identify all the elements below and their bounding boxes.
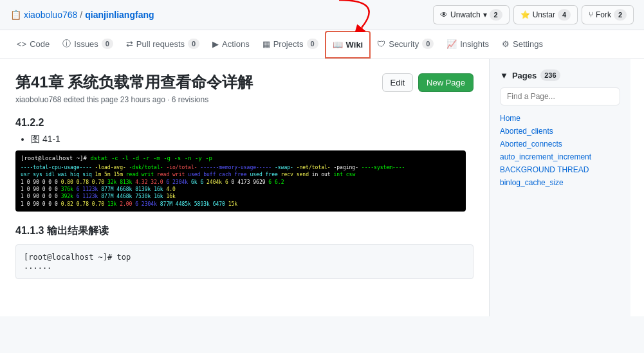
security-badge: 0	[422, 39, 434, 49]
sidebar-link-auto-increment[interactable]: auto_increment_increment	[500, 150, 620, 163]
repo-path: 📋 xiaoboluo768 / qianjinliangfang	[10, 10, 154, 20]
terminal-data-row-2: 1 0 90 0 0 0 376k 6 1123k 877M 4668k 813…	[21, 186, 461, 193]
unwatch-dropdown-icon: ▾	[483, 10, 487, 19]
section-41-2-2: 41.2.2	[15, 117, 474, 129]
settings-icon: ⚙	[502, 39, 510, 49]
figure-label: 图 41-1	[31, 134, 60, 144]
tab-security[interactable]: 🛡 Security 0	[371, 31, 440, 58]
tab-wiki[interactable]: 📖 Wiki	[325, 31, 371, 59]
code-content: [root@localhost ~]# top ......	[24, 253, 131, 271]
terminal-image: [root@localhost ~]# dstat -c -l -d -r -m…	[15, 150, 466, 212]
terminal-data-row-4: 1 0 90 0 0 0 0.82 0.78 0.70 13k 2.00 6 2…	[21, 201, 461, 208]
sidebar-link-background-thread[interactable]: BACKGROUND THREAD	[500, 163, 620, 176]
section-41-1-3: 41.1.3 输出结果解读	[15, 224, 474, 238]
unwatch-count: 2	[490, 9, 502, 21]
repo-name-link[interactable]: qianjinliangfang	[85, 10, 154, 20]
nav-tabs: <> Code ⓘ Issues 0 ⇄ Pull requests 0 ▶ A…	[0, 30, 644, 59]
terminal-subheaders: usr sys idl wai hiq siq 1m 5m 15m read w…	[21, 171, 461, 178]
pages-header: ▼ Pages 236	[500, 69, 620, 81]
path-separator: /	[80, 10, 82, 20]
terminal-prompt-line: [root@localhost ~]# dstat -c -l -d -r -m…	[21, 154, 461, 163]
projects-badge: 0	[307, 39, 318, 49]
fork-icon: ⑂	[589, 10, 593, 19]
pages-count: 236	[540, 69, 560, 81]
fork-button[interactable]: ⑂ Fork 2	[582, 5, 634, 24]
triangle-icon: ▼	[500, 71, 508, 80]
edit-button[interactable]: Edit	[382, 73, 413, 92]
unstar-count: 4	[558, 9, 571, 21]
figure-item: 图 41-1	[31, 134, 474, 145]
tab-actions[interactable]: ▶ Actions	[206, 32, 256, 58]
unwatch-button[interactable]: 👁 Unwatch ▾ 2	[433, 5, 510, 24]
unstar-button[interactable]: ⭐ Unstar 4	[513, 5, 578, 24]
page-title-row: 第41章 系统负载常用查看命令详解 Edit New Page	[15, 72, 474, 93]
tab-issues[interactable]: ⓘ Issues 0	[56, 30, 120, 59]
top-bar: 📋 xiaoboluo768 / qianjinliangfang 👁 Unwa…	[0, 0, 644, 30]
terminal-headers: ----total-cpu-usage---- -load-avg- -dsk/…	[21, 164, 461, 171]
sidebar-link-home[interactable]: Home	[500, 112, 620, 125]
pages-label: Pages	[512, 71, 537, 80]
edit-meta: xiaoboluo768 edited this page 23 hours a…	[15, 95, 474, 104]
terminal-data-row-3: 1 0 90 0 0 0 392k 6 1123k 877M 4468k 753…	[21, 193, 461, 200]
security-icon: 🛡	[377, 39, 385, 49]
tab-settings[interactable]: ⚙ Settings	[495, 32, 549, 58]
wiki-icon: 📖	[333, 40, 343, 50]
sidebar-link-binlog-cache[interactable]: binlog_cache_size	[500, 176, 620, 189]
repo-icon: 📋	[10, 10, 21, 20]
pr-icon: ⇄	[126, 39, 133, 49]
tab-projects[interactable]: ▦ Projects 0	[256, 31, 325, 58]
content-area: 第41章 系统负载常用查看命令详解 Edit New Page xiaobolu…	[0, 59, 489, 316]
sidebar-link-aborted-connects[interactable]: Aborted_connects	[500, 138, 620, 150]
repo-owner-link[interactable]: xiaoboluo768	[24, 10, 77, 20]
projects-icon: ▦	[262, 39, 270, 49]
actions-icon: ▶	[212, 39, 219, 49]
star-icon: ⭐	[520, 10, 530, 19]
terminal-data-row-1: 1 0 90 0 0 0 0.80 0.78 0.70 32k 813k 4.3…	[21, 179, 461, 186]
pr-badge: 0	[188, 39, 199, 49]
tab-code[interactable]: <> Code	[10, 32, 56, 58]
new-page-button[interactable]: New Page	[418, 73, 474, 92]
insights-icon: 📈	[446, 39, 457, 49]
fork-count: 2	[614, 9, 627, 21]
page-actions: Edit New Page	[382, 73, 474, 92]
code-icon: <>	[17, 39, 26, 49]
sidebar: ▼ Pages 236 Home Aborted_clients Aborted…	[489, 59, 630, 316]
tab-insights[interactable]: 📈 Insights	[440, 32, 495, 58]
action-buttons: 👁 Unwatch ▾ 2 ⭐ Unstar 4 ⑂ Fork 2	[433, 5, 634, 24]
issues-icon: ⓘ	[62, 38, 71, 50]
sidebar-link-aborted-clients[interactable]: Aborted_clients	[500, 125, 620, 138]
find-page-input[interactable]	[500, 87, 620, 105]
main-content: 第41章 系统负载常用查看命令详解 Edit New Page xiaobolu…	[0, 59, 644, 316]
eye-icon: 👁	[440, 10, 448, 19]
tab-pull-requests[interactable]: ⇄ Pull requests 0	[120, 31, 206, 58]
issues-badge: 0	[102, 39, 113, 49]
page-title: 第41章 系统负载常用查看命令详解	[15, 72, 253, 93]
code-block: [root@localhost ~]# top ......	[15, 244, 474, 279]
